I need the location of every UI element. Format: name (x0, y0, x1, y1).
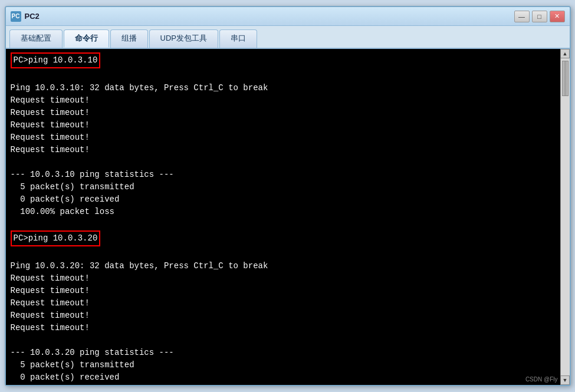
scrollbar-arrow-down[interactable]: ▼ (560, 375, 570, 385)
terminal-line-19: --- 10.0.3.20 ping statistics --- (11, 347, 556, 359)
terminal-line-10: 0 packet(s) received (11, 193, 556, 206)
tab-udp-tool[interactable]: UDP发包工具 (149, 29, 218, 48)
window-title: PC2 (25, 12, 40, 21)
terminal-line-21: 0 packet(s) received (11, 371, 556, 381)
title-bar: PC PC2 — □ ✕ (6, 7, 570, 26)
tab-basic-config[interactable]: 基础配置 (9, 29, 63, 48)
watermark: CSDN @Fly (525, 376, 558, 383)
terminal-output: PC>ping 10.0.3.10 Ping 10.0.3.10: 32 dat… (11, 52, 556, 381)
terminal-blank-1 (11, 70, 556, 82)
scrollbar-track[interactable] (561, 58, 570, 375)
scrollbar-arrow-up[interactable]: ▲ (560, 49, 570, 58)
command-highlight-1: PC>ping 10.0.3.10 (11, 52, 101, 68)
terminal-blank-5 (11, 334, 556, 347)
terminal-line-11: 100.00% packet loss (11, 206, 556, 218)
terminal-line-5: Request timeout! (11, 119, 556, 131)
terminal-line-1: PC>ping 10.0.3.10 (11, 52, 556, 70)
terminal-line-13: Ping 10.0.3.20: 32 data bytes, Press Ctr… (11, 260, 556, 272)
terminal-container[interactable]: PC>ping 10.0.3.10 Ping 10.0.3.10: 32 dat… (6, 49, 570, 385)
terminal-line-18: Request timeout! (11, 322, 556, 334)
command-highlight-2: PC>ping 10.0.3.20 (11, 230, 101, 246)
main-window: PC PC2 — □ ✕ 基础配置 命令行 组播 UDP发包工具 串口 PC>p… (5, 6, 571, 386)
restore-button[interactable]: □ (532, 11, 547, 22)
terminal-line-14: Request timeout! (11, 272, 556, 285)
tab-serial[interactable]: 串口 (219, 29, 257, 48)
terminal-line-3: Request timeout! (11, 94, 556, 107)
terminal-line-6: Request timeout! (11, 131, 556, 144)
tab-multicast[interactable]: 组播 (110, 29, 148, 48)
terminal-line-7: Request timeout! (11, 144, 556, 156)
scrollbar[interactable]: ▲ ▼ (560, 49, 570, 385)
terminal-line-20: 5 packet(s) transmitted (11, 359, 556, 371)
tab-command-line[interactable]: 命令行 (64, 29, 109, 48)
terminal-line-16: Request timeout! (11, 297, 556, 309)
close-button[interactable]: ✕ (550, 11, 565, 22)
window-icon: PC (11, 11, 21, 22)
terminal-line-4: Request timeout! (11, 107, 556, 119)
title-buttons: — □ ✕ (514, 11, 565, 22)
minimize-button[interactable]: — (514, 11, 530, 22)
terminal-line-15: Request timeout! (11, 285, 556, 297)
terminal-line-9: 5 packet(s) transmitted (11, 181, 556, 193)
tab-bar: 基础配置 命令行 组播 UDP发包工具 串口 (6, 26, 570, 49)
terminal-blank-4 (11, 248, 556, 260)
title-bar-left: PC PC2 (11, 11, 40, 22)
terminal-line-17: Request timeout! (11, 309, 556, 322)
terminal-line-8: --- 10.0.3.10 ping statistics --- (11, 169, 556, 181)
terminal-blank-2 (11, 156, 556, 169)
scrollbar-thumb[interactable] (562, 61, 569, 96)
terminal-line-12: PC>ping 10.0.3.20 (11, 230, 556, 248)
terminal-line-2: Ping 10.0.3.10: 32 data bytes, Press Ctr… (11, 82, 556, 94)
terminal-blank-3 (11, 218, 556, 230)
